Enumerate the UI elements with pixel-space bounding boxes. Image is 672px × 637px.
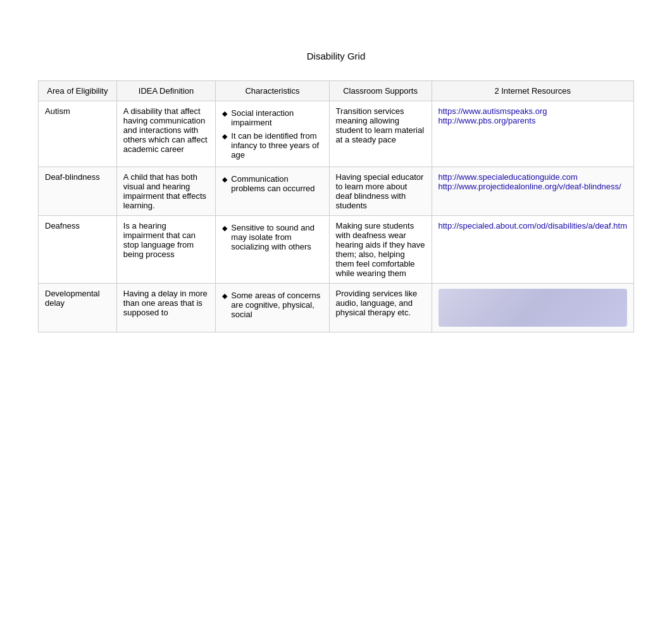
header-definition: IDEA Definition [116, 81, 216, 101]
cell-characteristics: ◆Some areas of concerns are cognitive, p… [216, 284, 329, 332]
cell-resources: http://www.specialeducationguide.comhttp… [432, 167, 633, 216]
table-row: AutismA disability that affect having co… [39, 101, 634, 167]
page-title: Disability Grid [38, 51, 634, 61]
resource-link[interactable]: https://www.autismspeaks.org [439, 106, 547, 116]
resource-link[interactable]: http://www.specialeducationguide.com [439, 172, 578, 182]
cell-definition: Having a delay in more than one areas th… [116, 284, 216, 332]
header-resources: 2 Internet Resources [432, 81, 633, 101]
list-item: ◆Sensitive to sound and may isolate from… [222, 221, 322, 253]
cell-eligibility: Developmental delay [39, 284, 117, 332]
page-container: Disability Grid Area of Eligibility IDEA… [0, 0, 672, 358]
cell-characteristics: ◆Sensitive to sound and may isolate from… [216, 216, 329, 284]
cell-supports: Making sure students with deafness wear … [329, 216, 432, 284]
list-item: ◆Some areas of concerns are cognitive, p… [222, 289, 322, 321]
bullet-icon: ◆ [222, 224, 227, 232]
bullet-icon: ◆ [222, 132, 227, 141]
cell-supports: Providing services like audio, language,… [329, 284, 432, 332]
header-supports: Classroom Supports [329, 81, 432, 101]
cell-characteristics: ◆Social interaction impairment◆It can be… [216, 101, 329, 167]
list-item: ◆Communication problems can occurred [222, 172, 322, 195]
bullet-icon: ◆ [222, 292, 227, 300]
cell-definition: Is a hearing impairment that can stop la… [116, 216, 216, 284]
characteristic-text: Sensitive to sound and may isolate from … [231, 223, 322, 251]
cell-resources: http://specialed.about.com/od/disabiliti… [432, 216, 633, 284]
list-item: ◆It can be identified from infancy to th… [222, 129, 322, 161]
disability-grid-table: Area of Eligibility IDEA Definition Char… [38, 80, 634, 332]
table-row: Developmental delayHaving a delay in mor… [39, 284, 634, 332]
characteristic-text: Social interaction impairment [231, 108, 322, 127]
cell-resources: https://www.autismspeaks.orghttp://www.p… [432, 101, 633, 167]
cell-supports: Having special educator to learn more ab… [329, 167, 432, 216]
list-item: ◆Social interaction impairment [222, 106, 322, 129]
table-header-row: Area of Eligibility IDEA Definition Char… [39, 81, 634, 101]
cell-supports: Transition services meaning allowing stu… [329, 101, 432, 167]
cell-eligibility: Deaf-blindness [39, 167, 117, 216]
blurred-resources [439, 289, 627, 327]
cell-characteristics: ◆Communication problems can occurred [216, 167, 329, 216]
table-body: AutismA disability that affect having co… [39, 101, 634, 332]
resource-link[interactable]: http://www.projectidealonline.org/v/deaf… [439, 182, 621, 191]
resource-link[interactable]: http://www.pbs.org/parents [439, 116, 536, 125]
cell-resources [432, 284, 633, 332]
cell-definition: A child that has both visual and hearing… [116, 167, 216, 216]
header-characteristics: Characteristics [216, 81, 329, 101]
resource-link[interactable]: http://specialed.about.com/od/disabiliti… [439, 221, 627, 230]
bullet-icon: ◆ [222, 175, 227, 184]
cell-eligibility: Autism [39, 101, 117, 167]
characteristic-text: Communication problems can occurred [231, 174, 322, 193]
cell-eligibility: Deafness [39, 216, 117, 284]
table-row: DeafnessIs a hearing impairment that can… [39, 216, 634, 284]
characteristic-text: It can be identified from infancy to thr… [231, 131, 322, 160]
cell-definition: A disability that affect having communic… [116, 101, 216, 167]
bullet-icon: ◆ [222, 110, 227, 118]
characteristic-text: Some areas of concerns are cognitive, ph… [231, 291, 322, 319]
table-row: Deaf-blindnessA child that has both visu… [39, 167, 634, 216]
header-eligibility: Area of Eligibility [39, 81, 117, 101]
